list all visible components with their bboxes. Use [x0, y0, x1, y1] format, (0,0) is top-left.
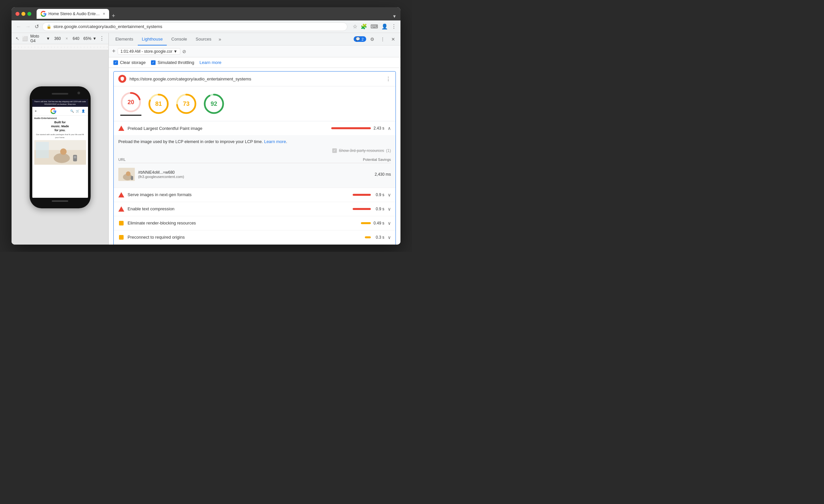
tab-elements[interactable]: Elements [111, 33, 137, 45]
tab-sources[interactable]: Sources [192, 33, 216, 45]
cursor-icon[interactable]: ↖ [15, 36, 19, 41]
thumbnail-image [118, 168, 135, 181]
extension-icon[interactable]: 🧩 [360, 23, 367, 30]
opportunity-title-render: Eliminate render-blocking resources [127, 220, 357, 225]
opportunity-title-compression: Enable text compression [127, 206, 349, 211]
settings-button[interactable]: ⚙ [368, 34, 377, 44]
audit-more-button[interactable]: ⋮ [386, 76, 391, 82]
add-button[interactable]: + [112, 48, 116, 55]
tab-close-button[interactable]: × [103, 11, 105, 16]
search-icon: 🔍 [70, 109, 74, 113]
desc-text: Preload the image used by the LCP elemen… [118, 139, 263, 144]
opportunity-compression-header[interactable]: Enable text compression 0.9 s ∨ [114, 202, 396, 216]
svg-rect-2 [35, 142, 48, 158]
clear-storage-option[interactable]: ✓ Clear storage [113, 60, 146, 65]
width-input[interactable]: 360 [53, 36, 62, 41]
toolbar-more-button[interactable]: ⋮ [99, 35, 104, 41]
zoom-selector[interactable]: 65% ▼ [83, 36, 97, 41]
browser-viewport: ↖ ⬜ Moto G4 ▼ 360 × 640 65% ▼ ⋮ [11, 33, 109, 244]
phone-subtitle: Get started with audio packages that fit… [34, 133, 86, 139]
opportunity-bar-compression-indicator [353, 208, 371, 210]
opportunity-bar-render-indicator [361, 222, 371, 224]
traffic-lights [15, 12, 31, 16]
clear-storage-label: Clear storage [120, 60, 146, 65]
devtools-more-button[interactable]: ⋮ [378, 34, 387, 44]
devtools-close-button[interactable]: ✕ [389, 34, 398, 44]
opportunity-preload-lcp-header[interactable]: Preload Largest Contentful Paint image 2… [114, 121, 396, 135]
phone-content: Audio Entertainment Built for music. Mad… [32, 116, 88, 198]
minimize-button[interactable] [21, 12, 25, 16]
browser-tab[interactable]: Home Stereo & Audio Entertain... × [36, 9, 109, 19]
opportunity-table-header: URL Potential Savings [118, 156, 391, 163]
responsive-icon[interactable]: ⬜ [22, 36, 28, 41]
tab-right-icon: ▼ [392, 14, 397, 19]
audit-url-icon [118, 75, 126, 83]
score-ring-best-practices: 73 [176, 93, 197, 114]
opportunity-title-next-gen: Serve images in next-gen formats [127, 192, 349, 197]
score-circles: 20 81 [114, 86, 396, 121]
close-button[interactable] [15, 12, 19, 16]
chevron-down-icon-1[interactable]: ∨ [388, 192, 391, 197]
tab-lighthouse[interactable]: Lighthouse [138, 33, 167, 45]
opportunity-time-preload: 2.43 s [373, 126, 384, 130]
phone-home-bar [52, 200, 68, 202]
forward-button[interactable]: → [25, 23, 31, 30]
opportunity-time-render: 0.49 s [373, 221, 384, 225]
issues-badge[interactable]: 💬 2 [354, 36, 366, 42]
resource-savings: 2,430 ms [371, 172, 391, 177]
active-score-indicator [120, 115, 141, 116]
tab-more-button[interactable]: » [216, 36, 224, 42]
maximize-button[interactable] [27, 12, 31, 16]
tab-console[interactable]: Console [168, 33, 191, 45]
square-yellow-icon-2 [119, 235, 124, 240]
back-button[interactable]: ← [15, 23, 22, 30]
opportunity-next-gen-header[interactable]: Serve images in next-gen formats 0.9 s ∨ [114, 188, 396, 202]
hero-line1: Built for [55, 121, 66, 124]
score-ring-seo: 92 [203, 93, 224, 114]
3rd-party-checkbox[interactable]: ✓ [332, 148, 337, 153]
learn-more-link[interactable]: Learn more [199, 60, 221, 65]
opportunity-render-blocking: Eliminate render-blocking resources 0.49… [114, 216, 396, 230]
opportunity-learn-more[interactable]: Learn more [264, 139, 286, 144]
opportunity-time-next-gen: 0.9 s [373, 193, 384, 197]
opportunity-title-preload: Preload Largest Contentful Paint image [127, 126, 328, 131]
google-favicon [40, 11, 46, 17]
refresh-button[interactable]: ↺ [34, 23, 39, 30]
svg-rect-6 [74, 156, 76, 159]
chevron-down-icon-4[interactable]: ∨ [388, 235, 391, 240]
clear-button[interactable]: ⊘ [182, 49, 186, 54]
chevron-down-icon-3[interactable]: ∨ [388, 220, 391, 226]
bookmark-icon[interactable]: ☆ [353, 23, 357, 30]
chevron-up-icon[interactable]: ∧ [388, 126, 391, 131]
new-tab-button[interactable]: + [112, 13, 115, 19]
warning-icon-yellow-2 [118, 234, 124, 240]
url-dropdown[interactable]: 1:01:49 AM - store.google.cor ▼ [118, 48, 181, 55]
3rd-party-label: Show 3rd-party resources [339, 148, 384, 153]
clear-storage-checkbox[interactable]: ✓ [113, 60, 118, 65]
phone-hero: Built for music. Made for you. [34, 121, 86, 132]
profile-icon[interactable]: 👤 [381, 23, 388, 30]
throttling-checkbox[interactable]: ✓ [151, 60, 156, 65]
throttling-option[interactable]: ✓ Simulated throttling [151, 60, 194, 65]
address-input[interactable]: 🔒 store.google.com/category/audio_entert… [42, 22, 347, 31]
more-icon[interactable]: ⋮ [391, 23, 397, 30]
opportunity-render-blocking-header[interactable]: Eliminate render-blocking resources 0.49… [114, 216, 396, 230]
issues-count: 2 [361, 37, 364, 41]
chevron-down-icon-2[interactable]: ∨ [388, 206, 391, 212]
shield-icon [120, 77, 125, 81]
height-input[interactable]: 640 [71, 36, 81, 41]
opportunity-preconnect-header[interactable]: Preconnect to required origins 0.3 s ∨ [114, 230, 396, 244]
device-selector[interactable]: Moto G4 ▼ [30, 34, 50, 43]
tab-bar: Home Stereo & Audio Entertain... × + ▼ [36, 9, 397, 19]
opportunity-bar-compression: 0.9 s [353, 207, 384, 211]
opportunities-list: Preload Largest Contentful Paint image 2… [114, 121, 396, 244]
square-yellow-icon [119, 221, 124, 225]
opportunity-bar-preconnect: 0.3 s [365, 235, 384, 240]
extension2-icon[interactable]: ⌨ [371, 23, 378, 30]
opportunity-next-gen-images: Serve images in next-gen formats 0.9 s ∨ [114, 188, 396, 202]
google-logo [50, 108, 57, 114]
devtools-tabs: Elements Lighthouse Console Sources » 💬 … [109, 33, 401, 45]
opportunity-bar-preconnect-indicator [365, 236, 371, 238]
devtools-panel: Elements Lighthouse Console Sources » 💬 … [109, 33, 401, 244]
opportunity-title-preconnect: Preconnect to required origins [127, 235, 362, 240]
